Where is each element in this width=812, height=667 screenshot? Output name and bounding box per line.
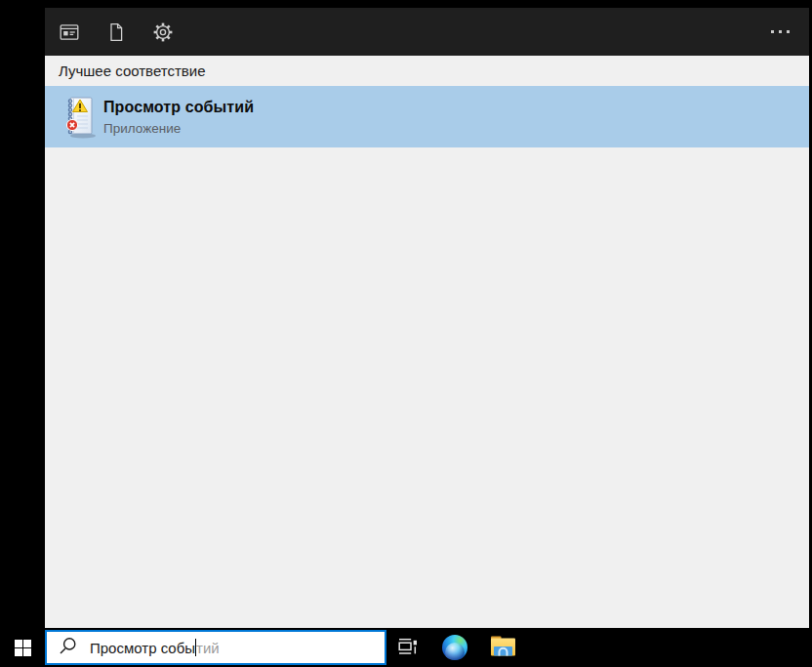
settings-gear-icon xyxy=(151,21,175,44)
document-filter-icon xyxy=(104,21,128,44)
search-icon xyxy=(59,637,77,659)
taskbar-search-input[interactable]: Просмотр событий xyxy=(45,630,386,665)
best-match-section-title: Лучшее соответствие xyxy=(45,56,809,86)
search-filter-bar xyxy=(45,8,809,56)
event-viewer-icon xyxy=(60,95,99,140)
search-autocomplete-suggestion: тий xyxy=(196,640,220,656)
edge-browser-icon xyxy=(442,635,467,660)
tab-settings[interactable] xyxy=(151,21,175,44)
tab-apps[interactable] xyxy=(58,21,81,44)
best-match-subtitle: Приложение xyxy=(103,121,254,136)
best-match-result[interactable]: Просмотр событий Приложение xyxy=(45,86,809,147)
taskbar: Просмотр событий xyxy=(0,628,812,667)
search-flyout-panel: Лучшее соответствие xyxy=(45,8,809,628)
task-view-icon xyxy=(396,635,420,661)
windows-logo-icon xyxy=(15,640,31,656)
best-match-title: Просмотр событий xyxy=(103,99,254,116)
task-view-button[interactable] xyxy=(385,628,431,667)
more-options-button[interactable] xyxy=(769,22,792,41)
edge-browser-button[interactable] xyxy=(431,628,478,667)
apps-filter-icon xyxy=(58,21,81,44)
search-typed-text: Просмотр собы xyxy=(90,640,195,656)
file-explorer-button[interactable] xyxy=(479,628,526,667)
results-empty-area xyxy=(45,147,809,628)
start-button[interactable] xyxy=(0,628,45,667)
file-explorer-icon xyxy=(490,635,516,660)
tab-documents[interactable] xyxy=(104,21,128,44)
more-ellipsis-icon xyxy=(771,30,774,33)
